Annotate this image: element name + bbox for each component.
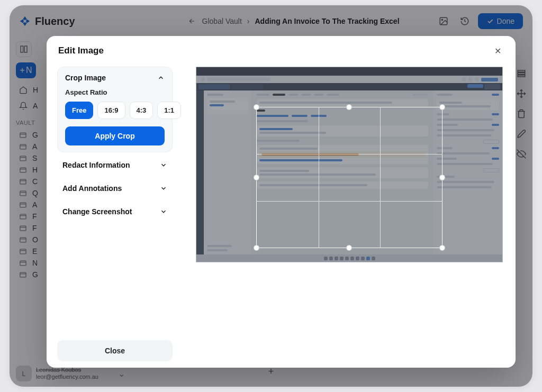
crop-section-toggle[interactable]: Crop Image [65,74,165,82]
modal-title: Edit Image [58,45,104,56]
crop-handle-e[interactable] [439,175,445,180]
section-change-screenshot[interactable]: Change Screenshot [60,206,169,217]
crop-selection[interactable] [256,107,442,248]
chevron-up-icon [157,74,165,81]
aspect-ratio-16-9[interactable]: 16:9 [97,102,125,119]
aspect-ratio-free[interactable]: Free [65,102,93,119]
crop-handle-s[interactable] [346,245,352,251]
close-button[interactable]: Close [57,340,173,361]
crop-handle-se[interactable] [439,245,445,251]
aspect-ratio-4-3[interactable]: 4:3 [130,102,153,119]
section-redact-information[interactable]: Redact Information [60,160,169,170]
edit-image-modal: Edit Image ✕ Crop Image Aspect Ratio Fre… [47,36,516,368]
section-add-annotations[interactable]: Add Annotations [60,183,169,194]
crop-handle-n[interactable] [346,104,352,110]
screenshot-canvas[interactable] [196,67,503,262]
edit-panel: Crop Image Aspect Ratio Free16:94:31:1 A… [57,67,173,361]
image-preview [181,67,505,361]
crop-handle-nw[interactable] [254,104,259,110]
crop-handle-ne[interactable] [439,104,445,110]
crop-section: Crop Image Aspect Ratio Free16:94:31:1 A… [57,67,173,152]
apply-crop-button[interactable]: Apply Crop [65,126,165,145]
crop-handle-sw[interactable] [254,245,259,251]
crop-handle-w[interactable] [254,175,259,180]
aspect-ratio-1-1[interactable]: 1:1 [157,102,181,119]
aspect-ratio-label: Aspect Ratio [65,88,165,96]
close-icon[interactable]: ✕ [491,44,504,57]
